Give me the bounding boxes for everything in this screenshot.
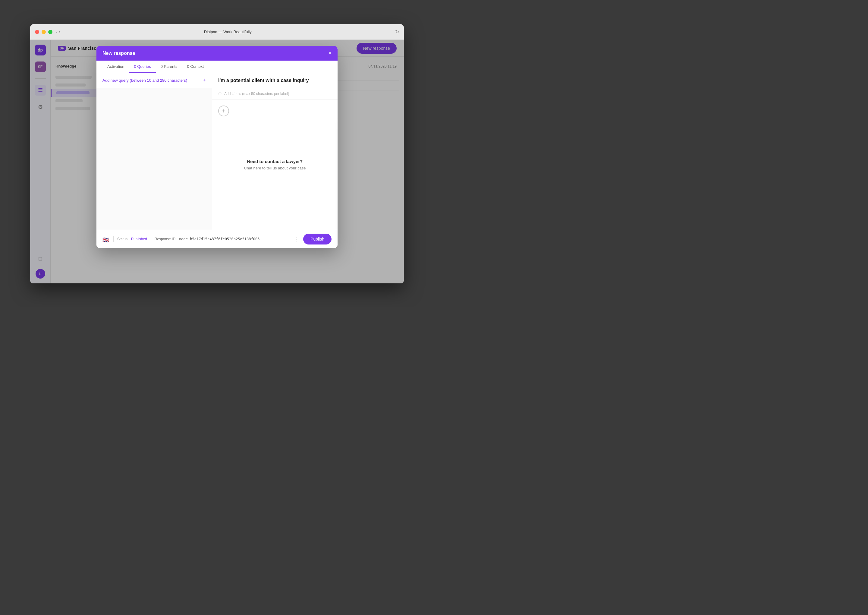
footer-left: 🇬🇧 Status Published Response ID node_b5a… (103, 236, 260, 242)
new-response-modal: New response × Activation 0 Queries 0 Pa… (97, 46, 338, 248)
placeholder-heading: Need to contact a lawyer? (244, 159, 305, 164)
traffic-lights (35, 30, 53, 34)
add-content-button[interactable]: + (218, 106, 229, 116)
back-arrow-icon[interactable]: ‹ (56, 29, 58, 35)
url-bar: Dialpad — Work Beautifully (64, 30, 391, 34)
modal-left-content (97, 88, 212, 230)
response-id-label: Response ID (154, 237, 175, 241)
footer-divider-2 (151, 236, 151, 242)
browser-window: ‹ › Dialpad — Work Beautifully ↻ dp SF ☰… (30, 24, 404, 283)
modal-tabs: Activation 0 Queries 0 Parents 0 Context (97, 61, 338, 73)
modal-right-header: I'm a potential client with a case inqui… (212, 73, 338, 88)
response-id-value: node_b5a17d15c437f6fc0520b25e5188f005 (179, 237, 260, 241)
response-title: I'm a potential client with a case inqui… (218, 78, 309, 83)
placeholder-subtext: Chat here to tell us about your case (244, 166, 305, 170)
labels-icon: ⊙ (218, 91, 222, 96)
modal-footer: 🇬🇧 Status Published Response ID node_b5a… (97, 230, 338, 248)
modal-right-content: + Need to contact a lawyer? Chat here to… (212, 100, 338, 230)
browser-content: dp SF ☰ ⚙ □ U SF San Francisco New respo… (30, 40, 404, 283)
modal-left-panel: Add new query (between 10 and 280 charac… (97, 73, 212, 230)
refresh-icon[interactable]: ↻ (395, 29, 399, 35)
browser-chrome: ‹ › Dialpad — Work Beautifully ↻ (30, 24, 404, 40)
more-options-button[interactable]: ⋮ (294, 236, 299, 242)
footer-divider (113, 236, 114, 242)
modal-placeholder-text: Need to contact a lawyer? Chat here to t… (244, 159, 305, 170)
modal-header: New response × (97, 46, 338, 61)
tab-activation[interactable]: Activation (103, 61, 129, 73)
labels-row: ⊙ Add labels (max 50 characters per labe… (212, 88, 338, 100)
tab-parents[interactable]: 0 Parents (156, 61, 182, 73)
modal-body: Add new query (between 10 and 280 charac… (97, 73, 338, 230)
language-flag: 🇬🇧 (103, 237, 110, 242)
minimize-button-traffic[interactable] (42, 30, 46, 34)
publish-button[interactable]: Publish (303, 234, 332, 245)
tab-queries[interactable]: 0 Queries (129, 61, 156, 73)
maximize-button-traffic[interactable] (48, 30, 53, 34)
status-label: Status (117, 237, 128, 241)
modal-close-button[interactable]: × (328, 50, 332, 56)
status-value: Published (131, 237, 147, 241)
close-button-traffic[interactable] (35, 30, 39, 34)
query-add-icon[interactable]: + (203, 77, 206, 84)
page-title: Dialpad — Work Beautifully (204, 30, 252, 34)
nav-arrows: ‹ › (56, 29, 61, 35)
query-add-row: Add new query (between 10 and 280 charac… (97, 73, 212, 88)
modal-title: New response (103, 51, 135, 56)
query-add-text: Add new query (between 10 and 280 charac… (103, 78, 187, 83)
labels-placeholder: Add labels (max 50 characters per label) (224, 92, 289, 96)
forward-arrow-icon[interactable]: › (59, 29, 60, 35)
footer-right: ⋮ Publish (294, 234, 332, 245)
tab-context[interactable]: 0 Context (182, 61, 209, 73)
modal-right-panel: I'm a potential client with a case inqui… (212, 73, 338, 230)
